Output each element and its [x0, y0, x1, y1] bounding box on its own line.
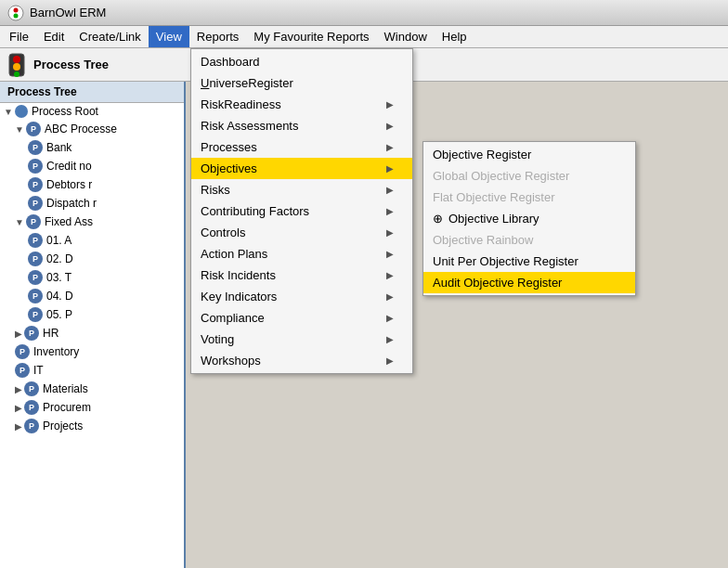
menu-item-contributing-factors[interactable]: Contributing Factors ▶ [191, 200, 412, 222]
menu-item-universe-register[interactable]: UniverseRegister [191, 72, 412, 94]
menu-item-key-indicators[interactable]: Key Indicators ▶ [191, 286, 412, 307]
tree-node-process-root[interactable]: ▼ Process Root [0, 103, 184, 120]
submenu-item-label: Unit Per Objective Register [433, 254, 578, 268]
submenu-arrow: ▶ [386, 355, 394, 366]
menu-edit[interactable]: Edit [36, 26, 72, 47]
menu-favourite-reports[interactable]: My Favourite Reports [246, 26, 376, 47]
tree-node-procurement[interactable]: ▶ P Procurem [0, 398, 184, 417]
submenu-item-objective-register[interactable]: Objective Register [423, 144, 635, 165]
submenu-item-label: Flat Objective Register [433, 190, 555, 204]
collapse-arrow: ▶ [15, 384, 22, 394]
node-label: Fixed Ass [45, 215, 93, 228]
node-label: 02. D [46, 252, 73, 265]
expand-arrow: ▼ [4, 107, 13, 117]
node-icon-abc: P [26, 122, 41, 136]
tree-node-02[interactable]: P 02. D [0, 250, 184, 268]
menu-item-processes[interactable]: Processes ▶ [191, 136, 412, 158]
node-label: 04. D [46, 290, 73, 303]
menu-item-action-plans[interactable]: Action Plans ▶ [191, 243, 412, 265]
menu-item-label: Risk Incidents [201, 268, 276, 282]
menu-reports[interactable]: Reports [189, 26, 247, 47]
menu-item-compliance[interactable]: Compliance ▶ [191, 307, 412, 329]
app-icon [7, 5, 24, 21]
tree-node-inventory[interactable]: P Inventory [0, 342, 184, 361]
tree-node-dispatch[interactable]: P Dispatch r [0, 194, 184, 213]
node-icon-procurement: P [24, 400, 39, 415]
node-icon-dispatch: P [28, 196, 43, 211]
menu-help[interactable]: Help [435, 26, 474, 47]
node-label: Procurem [43, 401, 91, 414]
node-label: Bank [46, 141, 72, 154]
node-label: IT [33, 364, 44, 377]
tree-node-04[interactable]: P 04. D [0, 287, 184, 305]
toolbar-process-tree-label: Process Tree [33, 58, 109, 71]
menu-item-controls[interactable]: Controls ▶ [191, 222, 412, 243]
node-label: Credit no [46, 160, 92, 173]
node-icon-bank: P [28, 140, 43, 155]
menu-item-voting[interactable]: Voting ▶ [191, 329, 412, 350]
menu-item-workshops[interactable]: Workshops ▶ [191, 350, 412, 371]
menu-create-link[interactable]: Create/Link [72, 26, 148, 47]
submenu-arrow: ▶ [386, 99, 394, 110]
node-label: 01. A [46, 234, 72, 247]
tree-node-fixed[interactable]: ▼ P Fixed Ass [0, 213, 184, 231]
objectives-submenu: Objective Register Global Objective Regi… [422, 141, 636, 296]
tree-node-it[interactable]: P IT [0, 361, 184, 380]
submenu-arrow: ▶ [386, 206, 394, 216]
submenu-arrow: ▶ [386, 227, 394, 238]
tree-node-03[interactable]: P 03. T [0, 268, 184, 287]
menu-item-risk-incidents[interactable]: Risk Incidents ▶ [191, 265, 412, 286]
tree-node-05[interactable]: P 05. P [0, 305, 184, 324]
menu-window[interactable]: Window [377, 26, 435, 47]
menu-item-label: Controls [201, 226, 245, 239]
submenu-item-audit-objective-register[interactable]: Audit Objective Register [423, 272, 635, 293]
submenu-item-flat-objective-register[interactable]: Flat Objective Register [423, 187, 635, 208]
tree-node-abc[interactable]: ▼ P ABC Processe [0, 120, 184, 138]
submenu-item-objective-rainbow[interactable]: Objective Rainbow [423, 229, 635, 251]
tree-node-debtors[interactable]: P Debtors r [0, 175, 184, 194]
submenu-item-label: Objective Rainbow [433, 233, 533, 247]
menu-item-risk-assessments[interactable]: Risk Assessments ▶ [191, 115, 412, 136]
menu-item-risks[interactable]: Risks ▶ [191, 179, 412, 200]
submenu-arrow: ▶ [386, 270, 394, 280]
node-label: Dispatch r [46, 197, 97, 210]
submenu-item-unit-per-objective-register[interactable]: Unit Per Objective Register [423, 251, 635, 272]
node-icon-process-root [15, 105, 28, 118]
node-label: Debtors r [46, 178, 92, 191]
menu-item-dashboard[interactable]: Dashboard [191, 51, 412, 72]
process-tree-sidebar: Process Tree ▼ Process Root ▼ P ABC Proc… [0, 82, 186, 568]
submenu-arrow: ▶ [386, 121, 394, 131]
menu-bar: File Edit Create/Link View Reports My Fa… [0, 26, 728, 48]
svg-point-4 [13, 56, 20, 63]
menu-file[interactable]: File [2, 26, 36, 47]
submenu-item-objective-library[interactable]: ⊕ Objective Library [423, 208, 635, 229]
tree-node-materials[interactable]: ▶ P Materials [0, 380, 184, 398]
traffic-light-icon [4, 52, 30, 78]
collapse-arrow: ▶ [15, 421, 22, 432]
tree-node-credit[interactable]: P Credit no [0, 157, 184, 175]
menu-item-label: Compliance [201, 311, 265, 325]
submenu-item-label: Objective Library [448, 212, 540, 226]
menu-item-risk-readiness[interactable]: RiskReadiness ▶ [191, 94, 412, 115]
menu-item-objectives[interactable]: Objectives ▶ [191, 158, 412, 179]
menu-view[interactable]: View [149, 26, 189, 47]
submenu-item-label: Audit Objective Register [433, 276, 562, 290]
sidebar-header: Process Tree [0, 82, 184, 103]
tree-node-hr[interactable]: ▶ P HR [0, 324, 184, 342]
view-menu-dropdown: Dashboard UniverseRegister RiskReadiness… [190, 48, 413, 374]
tree-node-01[interactable]: P 01. A [0, 231, 184, 250]
node-icon-02: P [28, 252, 43, 266]
menu-item-label: Action Plans [201, 247, 267, 261]
app-title: BarnOwl ERM [30, 6, 106, 19]
tree-node-projects[interactable]: ▶ P Projects [0, 417, 184, 435]
submenu-item-global-objective-register[interactable]: Global Objective Register [423, 165, 635, 187]
submenu-arrow: ▶ [386, 334, 394, 344]
node-label: Projects [43, 420, 83, 432]
submenu-arrow: ▶ [386, 185, 394, 195]
tree-node-bank[interactable]: P Bank [0, 138, 184, 157]
node-icon-it: P [15, 363, 30, 378]
menu-item-label: UniverseRegister [201, 76, 293, 90]
expand-arrow: ▼ [15, 217, 24, 227]
svg-point-5 [13, 63, 20, 71]
node-label: Inventory [33, 345, 79, 358]
